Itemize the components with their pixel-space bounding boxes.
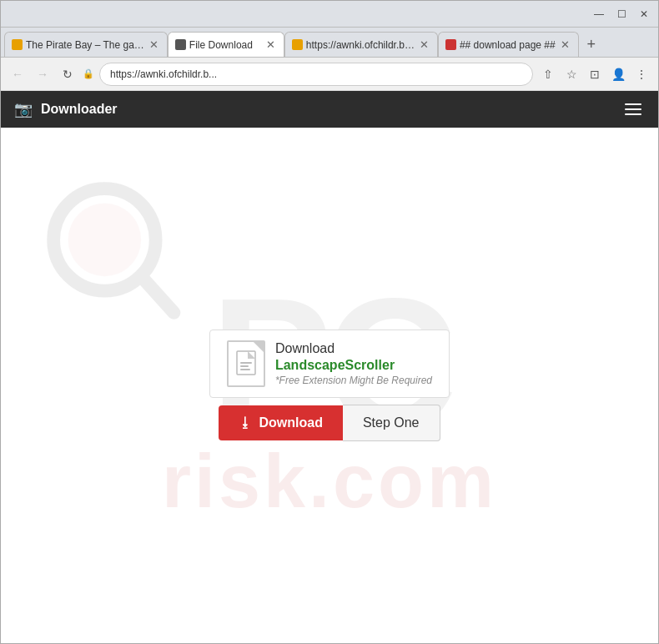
share-icon[interactable]: ⇧ [538,64,558,84]
step-one-label: Step One [363,415,420,430]
download-title-label: Download [275,341,432,356]
hamburger-line-1 [625,103,641,105]
svg-rect-5 [240,365,249,367]
title-bar: — ☐ ✕ [1,1,658,28]
extension-title: 📷 Downloader [14,100,118,118]
minimize-button[interactable]: — [591,7,607,22]
svg-rect-6 [240,369,250,370]
magnifier-watermark [43,178,189,324]
tab-favicon [175,39,186,50]
menu-icon[interactable]: ⋮ [631,64,651,84]
step-one-button[interactable]: Step One [343,405,440,441]
tab-close-icon[interactable]: ✕ [148,38,160,51]
tab-close-icon[interactable]: ✕ [264,38,277,51]
close-button[interactable]: ✕ [636,7,651,22]
extension-bar: 📷 Downloader [1,91,658,128]
tab-label: The Pirate Bay – The ga… [26,39,144,51]
download-buttons: ⭳ Download Step One [219,405,440,441]
tab-favicon [12,39,23,50]
back-button[interactable]: ← [8,64,28,84]
tab-label: https://awnki.ofchildr.b… [306,39,415,51]
tab-download-page[interactable]: ## download page ## ✕ [438,32,579,57]
main-content: PC risk.com [1,128,658,643]
tab-bar: The Pirate Bay – The ga… ✕ File Download… [1,28,658,58]
address-bar: ← → ↻ 🔒 ⇧ ☆ ⊡ 👤 ⋮ [1,58,658,91]
download-button-label: Download [259,415,322,430]
file-icon [227,340,265,387]
download-card: Download LandscapeScroller *Free Extensi… [209,330,450,441]
restore-button[interactable]: ☐ [614,7,630,22]
tab-close-icon[interactable]: ✕ [559,38,571,51]
tab-close-icon[interactable]: ✕ [418,38,430,51]
tab-favicon [292,39,303,50]
tab-label: File Download [189,39,261,51]
download-button[interactable]: ⭳ Download [219,405,342,440]
file-icon-inner [236,350,256,377]
download-arrow-icon: ⭳ [239,415,252,430]
camera-icon: 📷 [14,100,33,118]
tab-label: ## download page ## [460,39,556,51]
download-info-box: Download LandscapeScroller *Free Extensi… [209,330,450,398]
extension-name: Downloader [41,102,118,117]
svg-rect-4 [240,362,252,364]
toolbar-icons: ⇧ ☆ ⊡ 👤 ⋮ [538,64,651,84]
lock-icon: 🔒 [83,68,94,79]
risk-watermark: risk.com [162,439,497,525]
app-name-label: LandscapeScroller [275,358,432,373]
hamburger-line-2 [625,108,641,110]
browser-window: — ☐ ✕ The Pirate Bay – The ga… ✕ File Do… [0,0,659,644]
hamburger-menu-button[interactable] [621,100,645,118]
tab-pirate-bay[interactable]: The Pirate Bay – The ga… ✕ [4,32,168,57]
bookmark-icon[interactable]: ☆ [561,64,581,84]
address-input[interactable] [99,63,533,86]
refresh-button[interactable]: ↻ [58,64,78,84]
download-note-label: *Free Extension Might Be Required [275,375,432,386]
hamburger-line-3 [625,113,641,115]
tab-awnki[interactable]: https://awnki.ofchildr.b… ✕ [284,32,438,57]
new-tab-button[interactable]: + [579,32,604,57]
tab-file-download[interactable]: File Download ✕ [168,32,284,57]
svg-point-0 [53,189,156,291]
tab-favicon [445,39,456,50]
sidebar-icon[interactable]: ⊡ [585,64,605,84]
forward-button[interactable]: → [33,64,53,84]
svg-point-2 [68,204,142,277]
window-controls: — ☐ ✕ [591,7,651,22]
svg-line-1 [141,276,174,313]
profile-icon[interactable]: 👤 [608,64,628,84]
download-text: Download LandscapeScroller *Free Extensi… [275,341,432,386]
